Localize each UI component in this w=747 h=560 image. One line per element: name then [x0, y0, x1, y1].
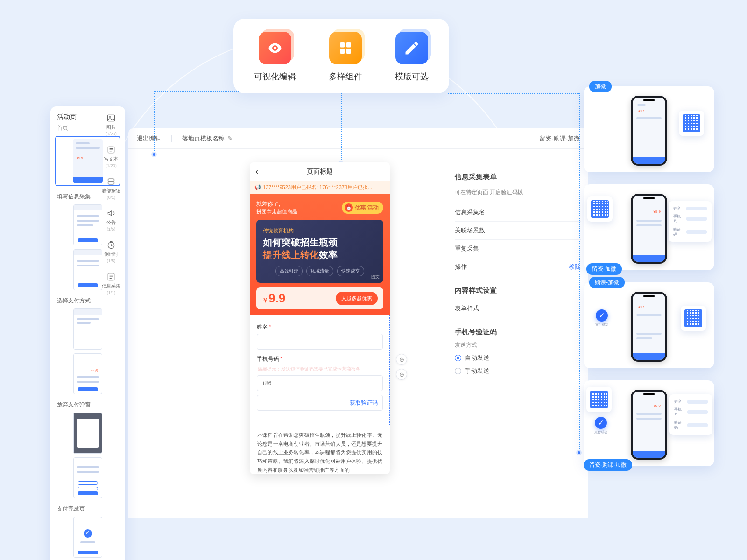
- component-rail: 图片(1/20) 富文本(1/20) 底部按钮(0/1) 公告(1/5) 倒计时…: [98, 113, 124, 295]
- qr-icon: [683, 114, 700, 132]
- preview-card: 留资-购课-加微 ¥9.9 ✓ 支付成功 姓名 手机号 验证码: [584, 380, 714, 466]
- svg-rect-9: [108, 182, 114, 184]
- svg-rect-8: [108, 179, 114, 181]
- properties-panel: 信息采集表单 可在特定页面 开启验证码以 信息采集名 关联场景数 重复采集 操作…: [455, 173, 581, 380]
- qr-icon: [590, 391, 608, 408]
- svg-rect-3: [340, 49, 345, 54]
- radio-auto[interactable]: 自动发送: [455, 354, 581, 362]
- code-input[interactable]: 获取验证码: [257, 395, 383, 411]
- chip: 留资-购课-加微: [584, 459, 632, 471]
- form-icon: [106, 272, 116, 282]
- chip: 留资-加微: [586, 263, 622, 275]
- preview-card: 加微 ¥9.9: [584, 86, 714, 172]
- image-icon: [106, 113, 116, 123]
- remove-link[interactable]: 移除: [569, 263, 581, 271]
- back-button[interactable]: 退出编辑: [137, 134, 161, 143]
- svg-point-6: [109, 117, 111, 118]
- field-card: 姓名 手机号 验证码: [669, 394, 712, 435]
- preview-column: 加微 ¥9.9 留资-加微 ¥9.9 姓名 手机号 验证码 购课-加微 ¥: [584, 86, 714, 466]
- sound-icon: 📢: [254, 184, 261, 190]
- preview-card: 留资-加微 ¥9.9 姓名 手机号 验证码: [584, 184, 714, 270]
- feature-templates: 模版可选: [395, 32, 429, 82]
- props-hint: 可在特定页面 开启验证码以: [455, 188, 581, 196]
- page-thumb[interactable]: [73, 413, 102, 454]
- feature-label: 模版可选: [395, 71, 429, 82]
- pencil-icon: [395, 32, 428, 64]
- section-label: 放弃支付弹窗: [55, 401, 120, 409]
- radio-manual[interactable]: 手动发送: [455, 367, 581, 375]
- props-subtitle: 手机号验证码: [455, 328, 581, 336]
- get-code-link[interactable]: 获取验证码: [350, 399, 378, 407]
- props-subtitle: 内容样式设置: [455, 286, 581, 295]
- qr-card: [587, 196, 613, 222]
- qr-card: [586, 387, 612, 412]
- template-name[interactable]: 落地页模板名称✎: [182, 134, 233, 143]
- check-icon: ✓: [596, 309, 608, 322]
- props-title: 信息采集表单: [455, 173, 581, 182]
- qr-icon: [591, 200, 609, 218]
- svg-point-0: [274, 47, 276, 49]
- features-card: 可视化编辑 多样组件 模版可选: [233, 19, 449, 93]
- comp-bottom-button[interactable]: 底部按钮(0/1): [98, 176, 124, 200]
- chip: 购课-加微: [589, 277, 625, 288]
- editor-toolbar: 退出编辑 落地页模板名称✎ 留资-购课-加微: [128, 128, 588, 149]
- feature-components: 多样组件: [329, 32, 362, 82]
- zoom-controls: ⊕ ⊖: [396, 354, 407, 380]
- feature-label: 可视化编辑: [254, 71, 296, 82]
- page-title: 页面标题: [307, 168, 333, 176]
- ticker-bar: 📢 137****9523用户已报名; 176****2378用户已报...: [250, 181, 390, 194]
- price-row: ￥9.9 人越多越优惠: [256, 287, 383, 309]
- text-icon: [106, 145, 116, 155]
- feature-label: 多样组件: [329, 71, 362, 82]
- breadcrumb-path: 留资-购课-加微: [539, 134, 580, 143]
- minus-button[interactable]: ⊖: [396, 369, 407, 380]
- preview-card: 购课-加微 ¥9.9 ✓ 支付成功: [584, 282, 714, 368]
- promo-pill: ⏰优惠 活动: [342, 202, 383, 214]
- grid-icon: [329, 32, 362, 64]
- svg-rect-4: [346, 49, 352, 54]
- page-thumb[interactable]: [73, 517, 102, 558]
- field-card: 姓名 手机号 验证码: [669, 201, 712, 242]
- phone-preview: ‹ 页面标题 📢 137****9523用户已报名; 176****2378用户…: [250, 162, 390, 474]
- qr-card: [681, 306, 706, 331]
- promo-block: 就差你了, 拼团拿走超值商品 ⏰优惠 活动 传统教育机构 如何突破招生瓶颈 提升…: [250, 194, 390, 315]
- eye-icon: [259, 32, 291, 64]
- buy-button[interactable]: 人越多越优惠: [336, 292, 378, 305]
- section-label: 支付完成页: [55, 505, 120, 513]
- button-icon: [106, 176, 116, 187]
- form-preview-selected[interactable]: 姓名* 手机号码* 温馨提示：发送短信验证码需要已完成运营商报备 +86 获取验…: [250, 315, 390, 425]
- comp-notice[interactable]: 公告(1/5): [98, 208, 124, 231]
- edit-icon[interactable]: ✎: [227, 135, 233, 142]
- preview-header: ‹ 页面标题: [250, 162, 390, 181]
- comp-richtext[interactable]: 富文本(1/20): [98, 145, 124, 168]
- back-icon[interactable]: ‹: [255, 167, 258, 176]
- name-input[interactable]: [257, 334, 383, 350]
- clock-icon: [106, 240, 116, 250]
- feature-visual-edit: 可视化编辑: [254, 32, 296, 82]
- svg-rect-2: [346, 42, 352, 48]
- comp-countdown[interactable]: 倒计时(1/5): [98, 240, 124, 263]
- chip: 加微: [589, 81, 612, 92]
- qr-icon: [684, 309, 702, 327]
- page-thumb[interactable]: ¥99元: [73, 353, 102, 394]
- comp-form[interactable]: 信息采集(1/1): [98, 272, 124, 295]
- svg-rect-1: [340, 42, 345, 48]
- clock-icon: ⏰: [345, 203, 353, 212]
- section-label: 选择支付方式: [55, 297, 120, 305]
- page-thumb[interactable]: [73, 457, 102, 498]
- megaphone-icon: [106, 208, 116, 218]
- page-thumb[interactable]: [73, 308, 102, 350]
- svg-rect-5: [108, 115, 115, 121]
- check-icon: ✓: [595, 417, 607, 429]
- plus-button[interactable]: ⊕: [396, 354, 407, 365]
- phone-input[interactable]: +86: [257, 375, 383, 391]
- qr-card: [679, 111, 704, 136]
- course-description: 本课程旨在帮助您突破招生瓶颈，提升线上转化率。无论您是一名电商创业者、市场营销人…: [250, 425, 390, 474]
- comp-image[interactable]: 图片(1/20): [98, 113, 124, 136]
- hero-card: 传统教育机构 如何突破招生瓶颈 提升线上转化效率 高效引流 私域流量 快速成交 …: [256, 220, 383, 283]
